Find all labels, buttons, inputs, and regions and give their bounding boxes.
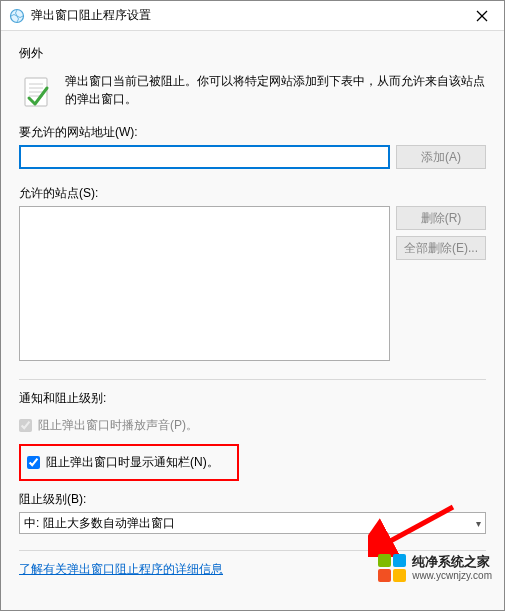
dialog-window: 弹出窗口阻止程序设置 例外 弹出窗口当前已被阻止。你可以将特定网站添加到 xyxy=(0,0,505,611)
divider xyxy=(19,379,486,380)
titlebar: 弹出窗口阻止程序设置 xyxy=(1,1,504,31)
learn-more-link[interactable]: 了解有关弹出窗口阻止程序的详细信息 xyxy=(19,562,223,576)
address-label: 要允许的网站地址(W): xyxy=(19,124,486,141)
remove-all-button[interactable]: 全部删除(E)... xyxy=(396,236,486,260)
close-button[interactable] xyxy=(459,1,504,31)
intro-text: 弹出窗口当前已被阻止。你可以将特定网站添加到下表中，从而允许来自该站点的弹出窗口… xyxy=(65,72,486,108)
popup-blocker-icon xyxy=(9,8,25,24)
notify-checkbox-row[interactable]: 阻止弹出窗口时显示通知栏(N)。 xyxy=(27,454,231,471)
sound-checkbox[interactable] xyxy=(19,419,32,432)
intro-row: 弹出窗口当前已被阻止。你可以将特定网站添加到下表中，从而允许来自该站点的弹出窗口… xyxy=(19,72,486,110)
sites-label: 允许的站点(S): xyxy=(19,185,486,202)
document-check-icon xyxy=(19,74,55,110)
sites-row: 删除(R) 全部删除(E)... xyxy=(19,206,486,361)
level-label: 阻止级别(B): xyxy=(19,491,486,508)
divider-2 xyxy=(19,550,486,551)
block-level-value: 中: 阻止大多数自动弹出窗口 xyxy=(24,515,175,532)
exceptions-heading: 例外 xyxy=(19,45,486,62)
link-row: 了解有关弹出窗口阻止程序的详细信息 xyxy=(19,561,486,578)
notify-checkbox[interactable] xyxy=(27,456,40,469)
list-button-column: 删除(R) 全部删除(E)... xyxy=(396,206,486,260)
notify-checkbox-label: 阻止弹出窗口时显示通知栏(N)。 xyxy=(46,454,219,471)
sound-checkbox-label: 阻止弹出窗口时播放声音(P)。 xyxy=(38,417,198,434)
allowed-sites-listbox[interactable] xyxy=(19,206,390,361)
remove-button[interactable]: 删除(R) xyxy=(396,206,486,230)
add-button[interactable]: 添加(A) xyxy=(396,145,486,169)
level-row: 中: 阻止大多数自动弹出窗口 ▾ xyxy=(19,512,486,534)
notification-heading: 通知和阻止级别: xyxy=(19,390,486,407)
address-input[interactable] xyxy=(19,145,390,169)
close-icon xyxy=(476,10,488,22)
address-row: 添加(A) xyxy=(19,145,486,169)
highlight-annotation: 阻止弹出窗口时显示通知栏(N)。 xyxy=(19,444,239,481)
block-level-select[interactable]: 中: 阻止大多数自动弹出窗口 ▾ xyxy=(19,512,486,534)
sound-checkbox-row[interactable]: 阻止弹出窗口时播放声音(P)。 xyxy=(19,417,486,434)
dialog-content: 例外 弹出窗口当前已被阻止。你可以将特定网站添加到下表中，从而允许来自该站点的弹… xyxy=(1,31,504,610)
chevron-down-icon: ▾ xyxy=(476,518,481,529)
dialog-title: 弹出窗口阻止程序设置 xyxy=(31,7,151,24)
